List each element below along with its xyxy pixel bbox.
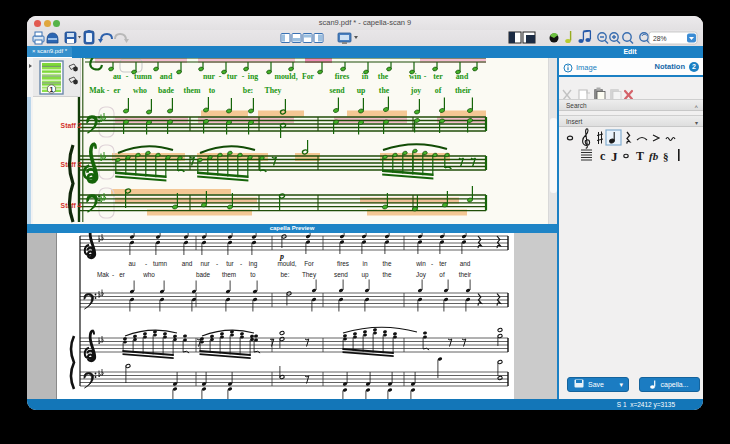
svg-text:-: - xyxy=(431,260,433,267)
svg-text:ter: ter xyxy=(439,260,447,267)
svg-text:er: er xyxy=(114,86,121,95)
svg-text:nur: nur xyxy=(200,260,210,267)
svg-text:For: For xyxy=(304,260,314,267)
svg-text:Joy: Joy xyxy=(416,271,427,279)
svg-text:-: - xyxy=(240,260,242,267)
svg-text:fb: fb xyxy=(649,150,659,162)
svg-text:tur: tur xyxy=(226,260,234,267)
svg-text:who: who xyxy=(142,271,155,278)
svg-text:their: their xyxy=(455,86,472,95)
svg-text:28%: 28% xyxy=(653,35,667,42)
svg-text:T: T xyxy=(636,149,644,163)
svg-text:-: - xyxy=(216,260,218,267)
svg-text:the: the xyxy=(379,86,390,95)
svg-text:Mak: Mak xyxy=(97,271,110,278)
svg-text:bade: bade xyxy=(196,271,211,278)
svg-text:ing: ing xyxy=(248,72,259,81)
svg-text:be:: be: xyxy=(243,86,253,95)
svg-text:tumn: tumn xyxy=(153,260,168,267)
svg-text:-: - xyxy=(424,72,427,81)
svg-text:them: them xyxy=(222,271,236,278)
svg-text:-: - xyxy=(112,271,114,278)
svg-text:1: 1 xyxy=(50,86,54,93)
svg-text:tumn: tumn xyxy=(134,72,152,81)
svg-text:and: and xyxy=(160,72,173,81)
svg-text:and: and xyxy=(456,72,469,81)
svg-text:up: up xyxy=(357,86,366,95)
svg-text:bade: bade xyxy=(158,86,175,95)
svg-text:They: They xyxy=(302,271,317,279)
svg-text:them: them xyxy=(184,86,201,95)
svg-text:who: who xyxy=(133,86,147,95)
svg-text:fires: fires xyxy=(335,72,350,81)
svg-text:-: - xyxy=(107,86,110,95)
svg-text:win: win xyxy=(415,260,426,267)
svg-text:-: - xyxy=(145,260,147,267)
svg-text:to: to xyxy=(250,271,256,278)
svg-text:-: - xyxy=(126,72,129,81)
svg-text:of: of xyxy=(439,271,445,278)
svg-text:ter: ter xyxy=(433,72,443,81)
svg-text:send: send xyxy=(329,86,345,95)
svg-text:-: - xyxy=(242,72,245,81)
svg-text:For: For xyxy=(302,72,315,81)
svg-text:Staff 2: Staff 2 xyxy=(61,122,82,129)
svg-text:win: win xyxy=(409,72,422,81)
svg-text:c: c xyxy=(600,149,606,163)
svg-text:the: the xyxy=(378,72,389,81)
svg-text:ing: ing xyxy=(249,260,258,268)
svg-text:er: er xyxy=(119,271,126,278)
svg-text:in: in xyxy=(363,260,368,267)
svg-text:the: the xyxy=(383,260,392,267)
svg-text:in: in xyxy=(362,72,369,81)
svg-text:their: their xyxy=(459,271,472,278)
svg-text:send: send xyxy=(334,271,348,278)
svg-text:fires: fires xyxy=(337,260,349,267)
svg-text:Mak: Mak xyxy=(89,86,105,95)
svg-text:up: up xyxy=(361,271,369,279)
svg-text:nur: nur xyxy=(203,72,216,81)
svg-text:au: au xyxy=(128,260,136,267)
svg-text:the: the xyxy=(383,271,392,278)
svg-text:and: and xyxy=(182,260,193,267)
svg-text:They: They xyxy=(265,86,282,95)
svg-text:be:: be: xyxy=(281,271,290,278)
svg-text:joy: joy xyxy=(410,86,421,95)
svg-text:au: au xyxy=(113,72,122,81)
svg-text:of: of xyxy=(435,86,442,95)
svg-text:mould,: mould, xyxy=(274,72,297,81)
svg-text:J: J xyxy=(611,149,618,164)
svg-text:to: to xyxy=(209,86,216,95)
svg-text:and: and xyxy=(460,260,471,267)
svg-text:-: - xyxy=(219,72,222,81)
svg-text:tur: tur xyxy=(227,72,238,81)
svg-text:mould,: mould, xyxy=(277,260,296,267)
svg-text:§: § xyxy=(663,150,669,162)
